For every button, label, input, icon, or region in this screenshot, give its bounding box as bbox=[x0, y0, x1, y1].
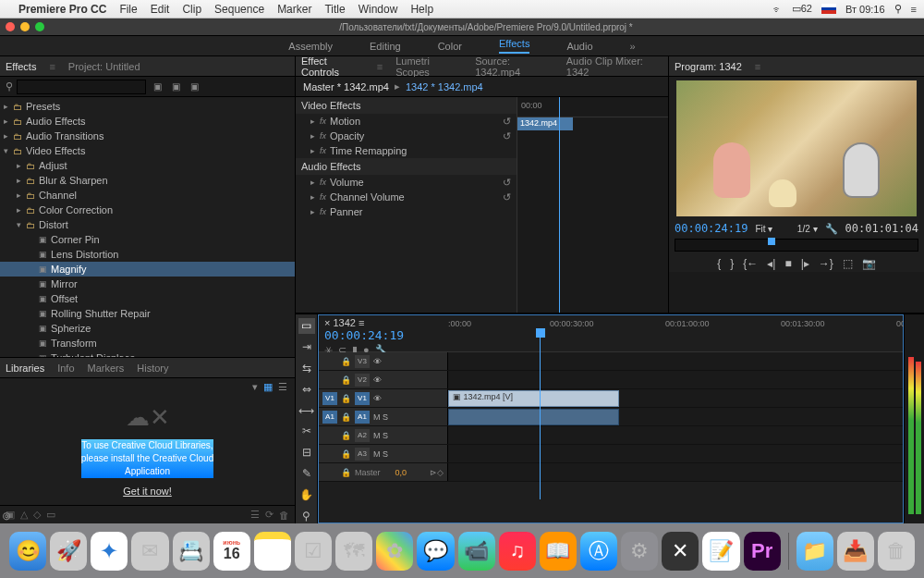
dock-textedit[interactable]: 📝 bbox=[702, 532, 739, 571]
dock-facetime[interactable]: 📹 bbox=[458, 532, 495, 571]
dock-contacts[interactable]: 📇 bbox=[173, 532, 210, 571]
effects-preset[interactable]: ▣Corner Pin bbox=[0, 232, 295, 247]
menu-file[interactable]: File bbox=[119, 3, 137, 16]
workspace-effects[interactable]: Effects bbox=[499, 38, 529, 54]
workspace-audio[interactable]: Audio bbox=[566, 41, 592, 52]
tab-program[interactable]: Program: 1342 bbox=[675, 61, 742, 72]
slip-tool[interactable]: ⊟ bbox=[298, 445, 315, 461]
dock-settings[interactable]: ⚙ bbox=[621, 532, 658, 571]
dock-mail[interactable]: ✉ bbox=[131, 532, 168, 571]
window-close-button[interactable] bbox=[6, 22, 15, 31]
mark-in-icon[interactable]: { bbox=[717, 257, 721, 270]
window-minimize-button[interactable] bbox=[20, 22, 30, 31]
effects-folder[interactable]: ▸🗀Audio Effects bbox=[0, 114, 295, 129]
dock-launchpad[interactable]: 🚀 bbox=[50, 532, 87, 571]
effects-folder[interactable]: ▸🗀Adjust bbox=[0, 158, 295, 173]
ec-fx-time-remap[interactable]: ▸fxTime Remapping bbox=[296, 143, 517, 158]
track-a3[interactable] bbox=[448, 445, 903, 462]
tab-effects[interactable]: Effects bbox=[6, 61, 36, 72]
workspace-assembly[interactable]: Assembly bbox=[288, 41, 333, 52]
dock-finder[interactable]: 😊 bbox=[9, 532, 46, 571]
lock-icon[interactable]: 🔒 bbox=[341, 394, 351, 403]
lock-icon[interactable]: 🔒 bbox=[341, 468, 351, 477]
preset-icon[interactable]: ▣ bbox=[150, 80, 164, 94]
tab-effect-controls[interactable]: Effect Controls bbox=[301, 55, 364, 78]
preset-icon-3[interactable]: ▣ bbox=[187, 80, 201, 94]
effects-preset[interactable]: ▣Magnify bbox=[0, 262, 295, 277]
track-header-master[interactable]: 🔒Master0,0⊳◇ bbox=[319, 463, 448, 481]
dock-safari[interactable] bbox=[91, 532, 128, 571]
rate-stretch-tool[interactable]: ⟷ bbox=[298, 402, 315, 418]
dock-downloads[interactable]: 📥 bbox=[837, 532, 874, 571]
dock-notes[interactable] bbox=[254, 532, 291, 571]
program-playhead[interactable] bbox=[768, 238, 775, 245]
dock-itunes[interactable]: ♫ bbox=[499, 532, 536, 571]
timeline-timecode[interactable]: 00:00:24:19 bbox=[324, 328, 443, 342]
hand-tool[interactable]: ✋ bbox=[298, 486, 315, 502]
rolling-edit-tool[interactable]: ⇔ bbox=[298, 381, 315, 397]
preset-icon-2[interactable]: ▣ bbox=[168, 80, 183, 94]
effects-folder[interactable]: ▸🗀Blur & Sharpen bbox=[0, 173, 295, 188]
menu-edit[interactable]: Edit bbox=[151, 3, 170, 16]
lock-icon[interactable]: 🔒 bbox=[341, 449, 351, 459]
play-stop-button[interactable]: ■ bbox=[784, 257, 791, 270]
effects-preset[interactable]: ▣Transform bbox=[0, 336, 295, 350]
settings-icon[interactable]: 🔧 bbox=[825, 223, 838, 235]
sync-icon[interactable]: ⟳ bbox=[265, 509, 274, 521]
effects-preset[interactable]: ▣Mirror bbox=[0, 277, 295, 291]
trash-icon[interactable]: 🗑 bbox=[279, 510, 289, 521]
sequence-name[interactable]: × 1342 ≡ bbox=[324, 317, 443, 328]
track-v3[interactable] bbox=[448, 352, 903, 370]
audio-clip[interactable] bbox=[448, 409, 619, 425]
effects-search-input[interactable] bbox=[17, 80, 146, 94]
dock-app[interactable]: ✕ bbox=[662, 532, 699, 571]
dock-appstore[interactable]: Ⓐ bbox=[580, 532, 617, 571]
eye-icon[interactable]: 👁 bbox=[373, 375, 382, 385]
pen-tool[interactable]: ✎ bbox=[298, 466, 315, 482]
dock-reminders[interactable]: ☑ bbox=[295, 532, 332, 571]
tab-lumetri[interactable]: Lumetri Scopes bbox=[395, 55, 462, 78]
ec-fx-panner[interactable]: ▸fxPanner bbox=[296, 204, 517, 219]
workspace-more-icon[interactable]: » bbox=[630, 41, 636, 52]
clock[interactable]: Вт 09:16 bbox=[845, 4, 885, 15]
tab-history[interactable]: History bbox=[137, 363, 168, 374]
lock-icon[interactable]: 🔒 bbox=[341, 412, 351, 422]
tab-markers[interactable]: Markers bbox=[88, 363, 125, 374]
track-header-v3[interactable]: 🔒V3👁 bbox=[319, 352, 448, 370]
footer-icon[interactable]: △ bbox=[20, 509, 28, 521]
export-frame-icon[interactable]: 📷 bbox=[862, 257, 876, 270]
program-scrubber[interactable] bbox=[675, 239, 918, 252]
track-v1[interactable]: ▣ 1342.mp4 [V] bbox=[448, 389, 903, 407]
program-fit-dropdown[interactable]: Fit ▾ bbox=[755, 224, 772, 234]
ec-fx-opacity[interactable]: ▸fxOpacity↺ bbox=[296, 129, 517, 143]
keyframe-icon[interactable]: ⊳◇ bbox=[430, 468, 444, 477]
eye-icon[interactable]: 👁 bbox=[373, 357, 382, 366]
eye-icon[interactable]: 👁 bbox=[373, 394, 382, 403]
track-select-tool[interactable]: ⇥ bbox=[298, 339, 315, 355]
effects-folder[interactable]: ▸🗀Presets bbox=[0, 99, 295, 114]
footer-icon[interactable]: ▭ bbox=[46, 509, 55, 521]
ec-fx-motion[interactable]: ▸fxMotion↺ bbox=[296, 114, 517, 129]
tab-libraries[interactable]: Libraries bbox=[6, 363, 44, 374]
dock-trash[interactable]: 🗑 bbox=[878, 532, 915, 571]
get-it-now-link[interactable]: Get it now! bbox=[123, 486, 172, 497]
footer-icon[interactable]: ☰ bbox=[250, 509, 260, 521]
zoom-tool[interactable]: ⚲ bbox=[298, 508, 315, 523]
dock-ibooks[interactable]: 📖 bbox=[540, 532, 577, 571]
track-a2[interactable] bbox=[448, 426, 903, 444]
program-zoom-dropdown[interactable]: 1/2 ▾ bbox=[797, 224, 818, 234]
track-a1[interactable] bbox=[448, 408, 903, 425]
workspace-editing[interactable]: Editing bbox=[370, 41, 401, 52]
effects-preset[interactable]: ▣Spherize bbox=[0, 321, 295, 336]
lock-icon[interactable]: 🔒 bbox=[341, 431, 351, 440]
grid-view-icon[interactable]: ▦ bbox=[263, 381, 273, 393]
spotlight-icon[interactable]: ⚲ bbox=[894, 3, 902, 15]
menu-window[interactable]: Window bbox=[359, 3, 398, 16]
battery-icon[interactable]: ▭62 bbox=[792, 3, 812, 15]
go-to-in-icon[interactable]: {← bbox=[743, 257, 758, 270]
program-video-frame[interactable] bbox=[676, 80, 917, 216]
program-timecode[interactable]: 00:00:24:19 bbox=[675, 222, 748, 235]
footer-icon[interactable]: ◇ bbox=[33, 509, 41, 521]
effects-folder[interactable]: ▾🗀Distort bbox=[0, 217, 295, 232]
effects-preset[interactable]: ▣Rolling Shutter Repair bbox=[0, 306, 295, 321]
